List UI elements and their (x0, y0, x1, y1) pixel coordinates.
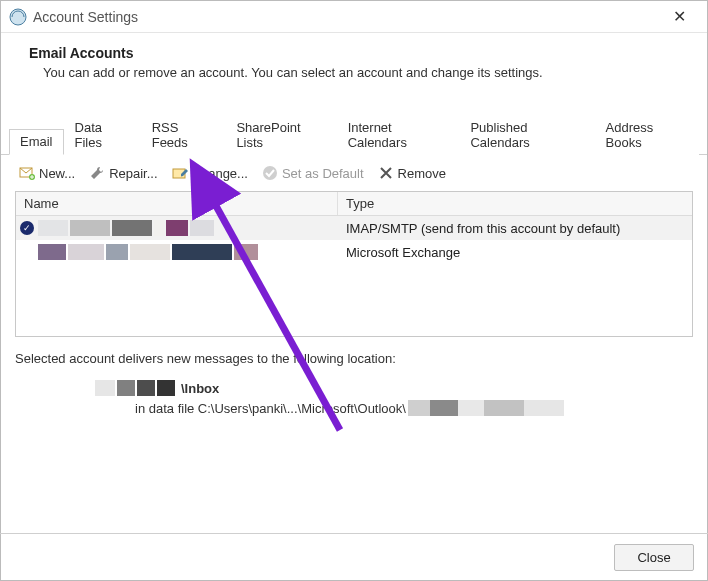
new-button[interactable]: New... (15, 163, 79, 183)
app-icon (9, 8, 27, 26)
set-default-label: Set as Default (282, 166, 364, 181)
tab-address-books[interactable]: Address Books (595, 115, 699, 155)
tab-data-files[interactable]: Data Files (64, 115, 141, 155)
close-button[interactable]: ✕ (659, 7, 699, 26)
check-circle-icon (262, 165, 278, 181)
titlebar: Account Settings ✕ (1, 1, 707, 33)
col-type[interactable]: Type (338, 192, 692, 215)
set-default-button: Set as Default (258, 163, 368, 183)
redacted-store (95, 380, 175, 396)
mail-new-icon (19, 165, 35, 181)
header: Email Accounts You can add or remove an … (1, 33, 707, 88)
redacted-path (408, 400, 564, 416)
remove-label: Remove (398, 166, 446, 181)
header-description: You can add or remove an account. You ca… (43, 65, 679, 80)
repair-label: Repair... (109, 166, 157, 181)
wrench-icon (89, 165, 105, 181)
table-row[interactable]: Microsoft Exchange (16, 240, 692, 264)
accounts-table: Name Type IMAP/SMTP (send from this acco… (15, 191, 693, 337)
new-label: New... (39, 166, 75, 181)
default-check-icon (20, 221, 34, 235)
redacted-name (38, 244, 258, 260)
folder-edit-icon (172, 165, 188, 181)
table-header: Name Type (16, 192, 692, 216)
bottom-bar: Close (0, 533, 708, 581)
tab-internet-calendars[interactable]: Internet Calendars (337, 115, 460, 155)
remove-button[interactable]: Remove (374, 163, 450, 183)
location-intro: Selected account delivers new messages t… (15, 351, 693, 366)
tab-email[interactable]: Email (9, 129, 64, 155)
change-button[interactable]: Change... (168, 163, 252, 183)
tab-published-calendars[interactable]: Published Calendars (459, 115, 594, 155)
location-folder: \Inbox (181, 381, 219, 396)
remove-x-icon (378, 165, 394, 181)
row-type: IMAP/SMTP (send from this account by def… (338, 221, 692, 236)
location-path-prefix: in data file C:\Users\panki\...\Microsof… (135, 401, 406, 416)
tab-sharepoint-lists[interactable]: SharePoint Lists (225, 115, 336, 155)
col-name[interactable]: Name (16, 192, 338, 215)
header-title: Email Accounts (29, 45, 679, 61)
close-dialog-button[interactable]: Close (614, 544, 694, 571)
table-row[interactable]: IMAP/SMTP (send from this account by def… (16, 216, 692, 240)
change-label: Change... (192, 166, 248, 181)
row-type: Microsoft Exchange (338, 245, 692, 260)
svg-point-4 (263, 166, 277, 180)
tab-rss-feeds[interactable]: RSS Feeds (141, 115, 226, 155)
toolbar: New... Repair... Change... Set as Defaul… (1, 155, 707, 189)
window-title: Account Settings (33, 9, 659, 25)
location-info: Selected account delivers new messages t… (1, 337, 707, 416)
repair-button[interactable]: Repair... (85, 163, 161, 183)
tabstrip: Email Data Files RSS Feeds SharePoint Li… (1, 128, 707, 155)
redacted-name (38, 220, 214, 236)
